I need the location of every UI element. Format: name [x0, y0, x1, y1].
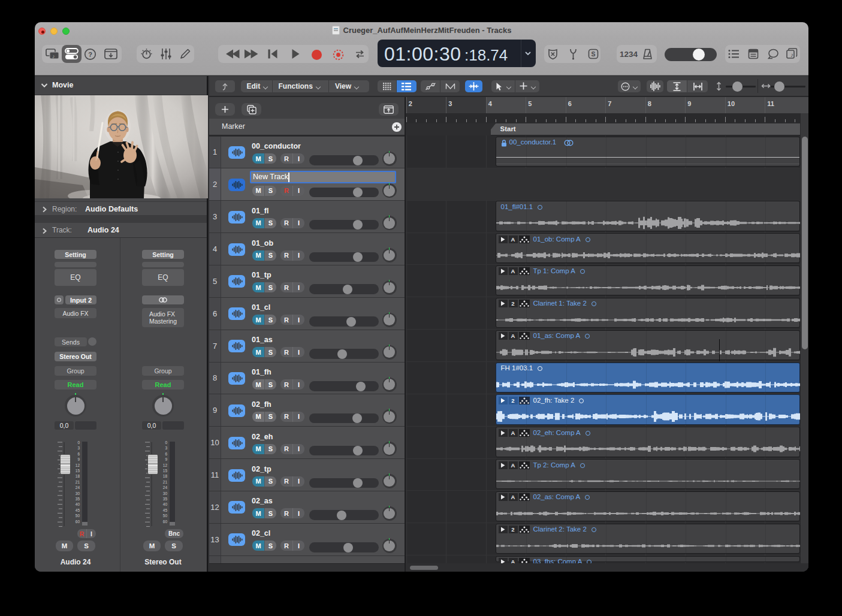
svg-text:♪: ♪ [52, 53, 55, 59]
svg-text:♪: ♪ [790, 52, 793, 58]
svg-text:S: S [591, 50, 595, 58]
svg-text:?: ? [88, 51, 92, 58]
